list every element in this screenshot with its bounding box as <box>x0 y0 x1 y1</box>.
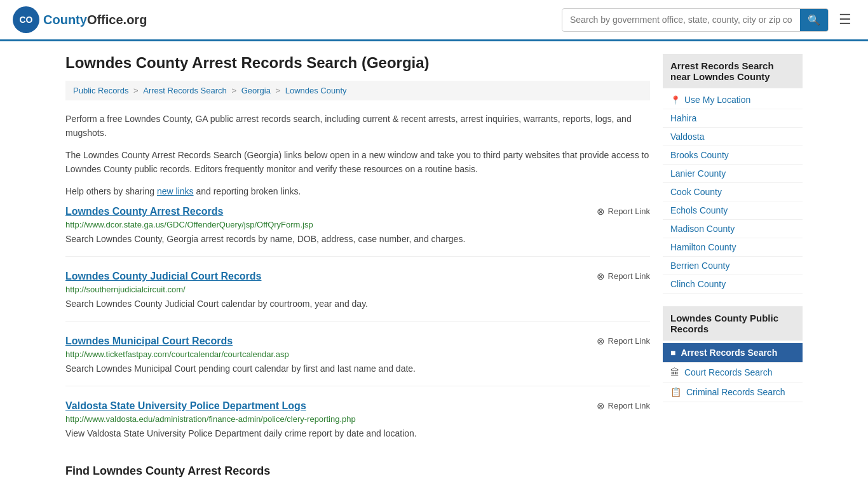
site-header: CO CountyOffice.org 🔍 ☰ <box>0 0 868 41</box>
hamburger-menu-icon[interactable]: ☰ <box>835 8 855 32</box>
record-url-3: http://www.valdosta.edu/administration/f… <box>65 414 650 424</box>
record-desc-0: Search Lowndes County, Georgia arrest re… <box>65 233 650 246</box>
logo-county: County <box>43 13 87 27</box>
nearby-links-list: 📍 Use My Location <box>663 91 803 109</box>
record-title-0[interactable]: Lowndes County Arrest Records <box>65 206 223 217</box>
breadcrumb-sep-2: > <box>231 86 238 95</box>
find-title: Find Lowndes County Arrest Records <box>65 464 650 478</box>
nearby-section: Arrest Records Search near Lowndes Count… <box>663 54 803 294</box>
breadcrumb-sep-3: > <box>276 86 283 95</box>
record-item: Lowndes County Judicial Court Records ⊗ … <box>65 271 650 322</box>
pub-record-item[interactable]: 📋 Criminal Records Search <box>663 383 803 402</box>
main-container: Lowndes County Arrest Records Search (Ge… <box>53 41 815 488</box>
use-my-location-link[interactable]: Use My Location <box>684 95 750 105</box>
breadcrumb-arrest-records[interactable]: Arrest Records Search <box>143 86 227 95</box>
header-right: 🔍 ☰ <box>562 8 855 32</box>
nearby-link-item[interactable]: Valdosta <box>663 128 803 146</box>
main-content: Lowndes County Arrest Records Search (Ge… <box>65 54 650 478</box>
report-link-1[interactable]: ⊗ Report Link <box>597 271 650 282</box>
breadcrumb-lowndes-county[interactable]: Lowndes County <box>285 86 347 95</box>
pub-records-links-list: ■ Arrest Records Search 🏛 Court Records … <box>663 343 803 402</box>
description-para2: The Lowndes County Arrest Records Search… <box>65 148 650 177</box>
report-icon-1: ⊗ <box>597 271 605 282</box>
record-header: Valdosta State University Police Departm… <box>65 400 650 412</box>
pub-record-item[interactable]: ■ Arrest Records Search <box>663 343 803 363</box>
breadcrumb-public-records[interactable]: Public Records <box>73 86 128 95</box>
record-item: Valdosta State University Police Departm… <box>65 400 650 451</box>
pub-records-header: Lowndes County Public Records <box>663 306 803 341</box>
pub-records-header-text: Lowndes County Public Records <box>670 313 778 334</box>
nearby-link-0[interactable]: Hahira <box>670 113 696 123</box>
record-url-2: http://www.ticketfastpay.com/courtcalend… <box>65 349 650 359</box>
report-link-label-3: Report Link <box>608 401 650 410</box>
report-link-0[interactable]: ⊗ Report Link <box>597 206 650 217</box>
description-para1: Perform a free Lowndes County, GA public… <box>65 112 650 140</box>
nearby-header-text: Arrest Records Search near Lowndes Count… <box>670 60 774 82</box>
record-header: Lowndes Municipal Court Records ⊗ Report… <box>65 336 650 347</box>
report-icon-0: ⊗ <box>597 206 605 217</box>
pub-record-icon-1: 🏛 <box>670 367 679 377</box>
nearby-link-4[interactable]: Cook County <box>670 187 722 197</box>
nearby-link-2[interactable]: Brooks County <box>670 150 729 160</box>
logo-icon: CO <box>13 6 39 33</box>
nearby-link-item[interactable]: Hamilton County <box>663 238 803 257</box>
nearby-link-item[interactable]: Cook County <box>663 183 803 201</box>
nearby-link-3[interactable]: Lanier County <box>670 168 726 179</box>
nearby-link-1[interactable]: Valdosta <box>670 132 704 142</box>
svg-text:CO: CO <box>20 15 33 25</box>
pub-records-section: Lowndes County Public Records ■ Arrest R… <box>663 306 803 402</box>
record-title-1[interactable]: Lowndes County Judicial Court Records <box>65 271 261 282</box>
use-my-location-item[interactable]: 📍 Use My Location <box>663 91 803 109</box>
nearby-header: Arrest Records Search near Lowndes Count… <box>663 54 803 88</box>
record-desc-3: View Valdosta State University Police De… <box>65 427 650 440</box>
record-header: Lowndes County Arrest Records ⊗ Report L… <box>65 206 650 217</box>
nearby-link-8[interactable]: Berrien County <box>670 261 729 271</box>
nearby-county-links: HahiraValdostaBrooks CountyLanier County… <box>663 109 803 294</box>
record-desc-2: Search Lowndes Municipal Court pending c… <box>65 362 650 376</box>
nearby-link-9[interactable]: Clinch County <box>670 279 726 289</box>
logo-office: Office.org <box>87 13 147 27</box>
report-link-2[interactable]: ⊗ Report Link <box>597 336 650 347</box>
report-link-label-2: Report Link <box>608 336 650 346</box>
pub-record-link-2[interactable]: Criminal Records Search <box>686 387 785 397</box>
breadcrumb-georgia[interactable]: Georgia <box>241 86 271 95</box>
sidebar: Arrest Records Search near Lowndes Count… <box>663 54 803 478</box>
search-button[interactable]: 🔍 <box>800 9 828 31</box>
search-input[interactable] <box>562 10 800 30</box>
nearby-link-item[interactable]: Clinch County <box>663 275 803 294</box>
report-link-label-0: Report Link <box>608 207 650 216</box>
logo-text: CountyOffice.org <box>43 13 147 27</box>
record-item: Lowndes County Arrest Records ⊗ Report L… <box>65 206 650 257</box>
nearby-link-item[interactable]: Brooks County <box>663 146 803 165</box>
record-desc-1: Search Lowndes County Judicial Court cal… <box>65 297 650 311</box>
report-icon-3: ⊗ <box>597 400 605 412</box>
nearby-link-5[interactable]: Echols County <box>670 205 728 215</box>
logo-area: CO CountyOffice.org <box>13 6 147 33</box>
nearby-link-item[interactable]: Madison County <box>663 220 803 238</box>
record-header: Lowndes County Judicial Court Records ⊗ … <box>65 271 650 282</box>
nearby-link-7[interactable]: Hamilton County <box>670 242 736 252</box>
pub-record-icon-2: 📋 <box>670 387 681 397</box>
new-links-link[interactable]: new links <box>157 186 194 196</box>
pub-record-link-0[interactable]: Arrest Records Search <box>681 348 777 358</box>
nearby-link-item[interactable]: Hahira <box>663 109 803 128</box>
record-url-1: http://southernjudicialcircuit.com/ <box>65 285 650 294</box>
pub-record-link-1[interactable]: Court Records Search <box>684 367 773 377</box>
breadcrumb-sep-1: > <box>133 86 140 95</box>
location-pin-icon: 📍 <box>670 95 681 105</box>
desc-para3-suffix: and reporting broken links. <box>194 186 301 196</box>
report-link-3[interactable]: ⊗ Report Link <box>597 400 650 412</box>
nearby-link-item[interactable]: Echols County <box>663 201 803 220</box>
record-title-3[interactable]: Valdosta State University Police Departm… <box>65 400 306 412</box>
description-para3: Help others by sharing new links and rep… <box>65 184 650 198</box>
breadcrumb: Public Records > Arrest Records Search >… <box>65 81 650 100</box>
record-title-2[interactable]: Lowndes Municipal Court Records <box>65 336 233 347</box>
pub-record-item[interactable]: 🏛 Court Records Search <box>663 363 803 383</box>
desc-para3-prefix: Help others by sharing <box>65 186 157 196</box>
nearby-link-6[interactable]: Madison County <box>670 224 735 234</box>
page-title: Lowndes County Arrest Records Search (Ge… <box>65 54 650 72</box>
report-link-label-1: Report Link <box>608 271 650 281</box>
nearby-link-item[interactable]: Lanier County <box>663 165 803 183</box>
records-container: Lowndes County Arrest Records ⊗ Report L… <box>65 206 650 451</box>
nearby-link-item[interactable]: Berrien County <box>663 257 803 275</box>
